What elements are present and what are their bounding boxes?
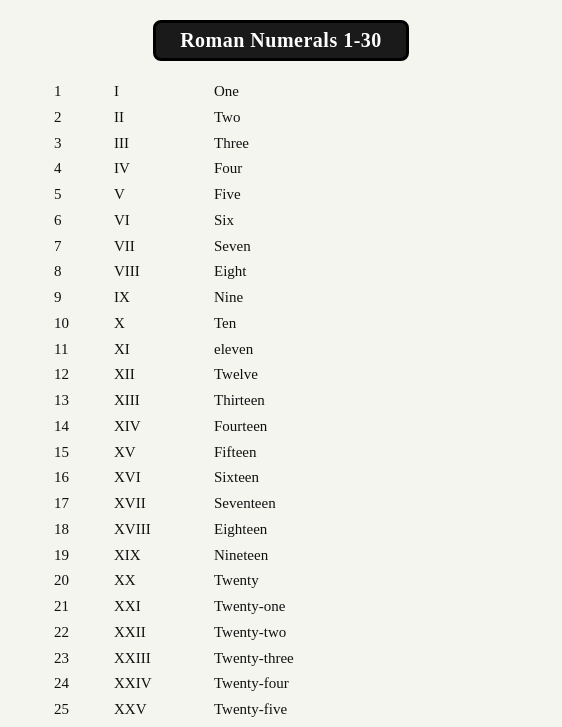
numeral-number: 2	[50, 105, 110, 131]
table-row: 2IITwo	[50, 105, 512, 131]
numeral-word: Nine	[210, 285, 512, 311]
numeral-roman: XV	[110, 440, 210, 466]
numeral-number: 19	[50, 543, 110, 569]
numeral-word: eleven	[210, 337, 512, 363]
table-row: 10XTen	[50, 311, 512, 337]
numeral-word: Four	[210, 156, 512, 182]
numeral-number: 18	[50, 517, 110, 543]
table-row: 17XVIISeventeen	[50, 491, 512, 517]
numeral-number: 14	[50, 414, 110, 440]
table-row: 7VIISeven	[50, 234, 512, 260]
table-row: 25XXVTwenty-five	[50, 697, 512, 723]
numeral-word: Eighteen	[210, 517, 512, 543]
numeral-roman: III	[110, 131, 210, 157]
numeral-roman: XI	[110, 337, 210, 363]
numeral-number: 8	[50, 259, 110, 285]
numeral-word: Nineteen	[210, 543, 512, 569]
numeral-roman: X	[110, 311, 210, 337]
numeral-roman: XXI	[110, 594, 210, 620]
table-row: 1IOne	[50, 79, 512, 105]
numeral-word: Twenty-three	[210, 646, 512, 672]
table-row: 15XVFifteen	[50, 440, 512, 466]
numeral-roman: XXIII	[110, 646, 210, 672]
numeral-roman: XXV	[110, 697, 210, 723]
numeral-word: Thirteen	[210, 388, 512, 414]
numeral-word: Fifteen	[210, 440, 512, 466]
numeral-word: Six	[210, 208, 512, 234]
numeral-number: 9	[50, 285, 110, 311]
table-row: 3IIIThree	[50, 131, 512, 157]
table-row: 21XXITwenty-one	[50, 594, 512, 620]
numeral-roman: II	[110, 105, 210, 131]
numeral-number: 5	[50, 182, 110, 208]
numeral-roman: XIV	[110, 414, 210, 440]
numeral-roman: VII	[110, 234, 210, 260]
table-row: 13XIIIThirteen	[50, 388, 512, 414]
numeral-roman: XXII	[110, 620, 210, 646]
table-row: 26XXVITwenty-six	[50, 723, 512, 727]
table-row: 14XIVFourteen	[50, 414, 512, 440]
numeral-word: Twenty-six	[210, 723, 512, 727]
numeral-number: 4	[50, 156, 110, 182]
numeral-number: 15	[50, 440, 110, 466]
numeral-roman: XXIV	[110, 671, 210, 697]
numeral-word: Eight	[210, 259, 512, 285]
numeral-number: 11	[50, 337, 110, 363]
numeral-word: Two	[210, 105, 512, 131]
numeral-number: 3	[50, 131, 110, 157]
numeral-roman: V	[110, 182, 210, 208]
table-row: 16XVISixteen	[50, 465, 512, 491]
numeral-number: 22	[50, 620, 110, 646]
numeral-table-container: 1IOne2IITwo3IIIThree4IVFour5VFive6VISix7…	[20, 79, 542, 727]
table-row: 24XXIVTwenty-four	[50, 671, 512, 697]
numeral-roman: I	[110, 79, 210, 105]
numeral-number: 13	[50, 388, 110, 414]
table-row: 22XXIITwenty-two	[50, 620, 512, 646]
table-row: 4IVFour	[50, 156, 512, 182]
numeral-word: Twenty-four	[210, 671, 512, 697]
table-row: 6VISix	[50, 208, 512, 234]
numeral-roman: XIX	[110, 543, 210, 569]
numeral-word: Seven	[210, 234, 512, 260]
numeral-number: 24	[50, 671, 110, 697]
numeral-number: 1	[50, 79, 110, 105]
numeral-roman: XVIII	[110, 517, 210, 543]
numeral-number: 20	[50, 568, 110, 594]
numeral-word: Twenty-five	[210, 697, 512, 723]
numeral-word: Five	[210, 182, 512, 208]
numeral-word: Seventeen	[210, 491, 512, 517]
numeral-word: One	[210, 79, 512, 105]
numeral-word: Sixteen	[210, 465, 512, 491]
numeral-roman: XIII	[110, 388, 210, 414]
numeral-word: Twenty-one	[210, 594, 512, 620]
numeral-roman: IV	[110, 156, 210, 182]
numeral-number: 10	[50, 311, 110, 337]
numeral-number: 23	[50, 646, 110, 672]
numeral-word: Twenty	[210, 568, 512, 594]
roman-numerals-table: 1IOne2IITwo3IIIThree4IVFour5VFive6VISix7…	[50, 79, 512, 727]
table-row: 9IXNine	[50, 285, 512, 311]
table-row: 19XIXNineteen	[50, 543, 512, 569]
numeral-number: 21	[50, 594, 110, 620]
table-row: 5VFive	[50, 182, 512, 208]
table-row: 8VIIIEight	[50, 259, 512, 285]
table-row: 18XVIIIEighteen	[50, 517, 512, 543]
numeral-number: 26	[50, 723, 110, 727]
numeral-roman: XXVI	[110, 723, 210, 727]
numeral-roman: VI	[110, 208, 210, 234]
table-row: 23XXIIITwenty-three	[50, 646, 512, 672]
numeral-number: 25	[50, 697, 110, 723]
table-row: 11XIeleven	[50, 337, 512, 363]
page-title: Roman Numerals 1-30	[153, 20, 409, 61]
numeral-roman: VIII	[110, 259, 210, 285]
numeral-number: 7	[50, 234, 110, 260]
numeral-roman: XVII	[110, 491, 210, 517]
numeral-number: 17	[50, 491, 110, 517]
numeral-number: 12	[50, 362, 110, 388]
numeral-roman: XVI	[110, 465, 210, 491]
numeral-roman: IX	[110, 285, 210, 311]
numeral-word: Three	[210, 131, 512, 157]
numeral-number: 16	[50, 465, 110, 491]
numeral-word: Twenty-two	[210, 620, 512, 646]
numeral-roman: XII	[110, 362, 210, 388]
